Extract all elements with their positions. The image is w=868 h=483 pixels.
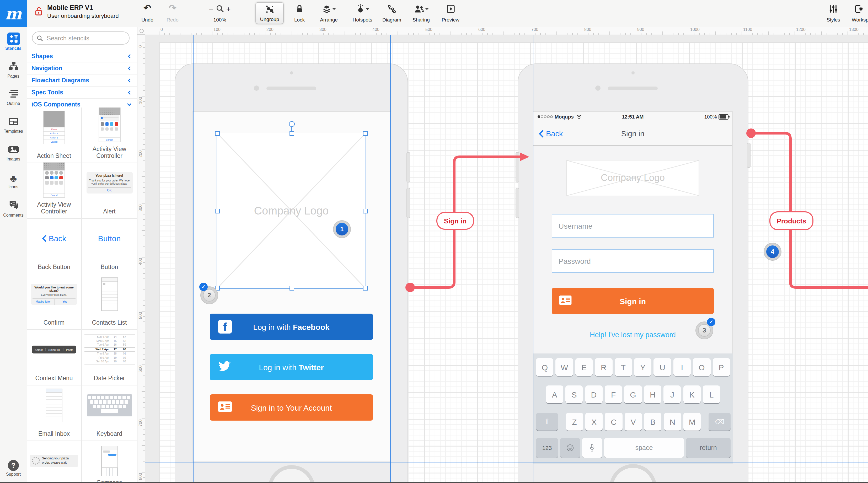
toolbar-preview[interactable]: Preview: [437, 2, 464, 24]
stencil-item-action-sheet[interactable]: Close Action 2 Action 1 Cancel Action Sh…: [27, 107, 82, 163]
undo-button[interactable]: ↶ Undo: [137, 2, 157, 24]
key-F[interactable]: F: [605, 385, 622, 403]
sidebar-item-support[interactable]: ? Support: [0, 455, 27, 481]
selection-handle[interactable]: [363, 209, 368, 214]
key-N[interactable]: N: [664, 413, 681, 430]
sidebar-item-comments[interactable]: Comments: [0, 196, 27, 222]
zoom-out-button[interactable]: −: [209, 4, 213, 13]
numbers-key[interactable]: 123: [536, 438, 558, 458]
zoom-control[interactable]: − + 100%: [201, 2, 239, 24]
toolbar-arrange[interactable]: Arrange: [315, 2, 343, 24]
login-facebook-button[interactable]: f Log in withFacebook: [210, 314, 373, 340]
phone-frame-2[interactable]: Moqups 12:51 AM 100% Back Sign in Compan…: [518, 63, 748, 483]
toolbar-hotspots[interactable]: Hotspots: [348, 2, 377, 24]
step-badge-1[interactable]: 1: [333, 220, 351, 238]
stencil-item-button[interactable]: Button Button: [82, 219, 137, 274]
redo-button[interactable]: ↷ Redo: [163, 2, 183, 24]
stencil-item-confirm[interactable]: Would you like to eat some pizza? Everyb…: [27, 274, 82, 330]
emoji-key[interactable]: [560, 438, 580, 458]
key-V[interactable]: V: [624, 413, 642, 430]
stencil-item-contacts-list[interactable]: Contacts List: [82, 274, 137, 330]
toolbar-ungroup[interactable]: Ungroup: [255, 2, 284, 24]
key-I[interactable]: I: [674, 358, 691, 376]
key-W[interactable]: W: [556, 358, 573, 376]
sidebar-item-pages[interactable]: Pages: [0, 57, 27, 83]
selection-handle[interactable]: [363, 131, 368, 136]
stencil-item-activity-view-controller-2[interactable]: Cancel Activity View Controller: [27, 163, 82, 219]
connector-label-signin[interactable]: Sign in: [436, 212, 474, 230]
rotation-handle[interactable]: [289, 121, 294, 127]
stencil-item-loading-view[interactable]: Sending your pizza order, please wait Lo…: [27, 441, 82, 483]
company-logo-placeholder-2[interactable]: Company Logo: [566, 160, 699, 196]
key-O[interactable]: O: [693, 358, 710, 376]
stencil-item-back-button[interactable]: Back Back Button: [27, 219, 82, 274]
key-P[interactable]: P: [712, 358, 730, 376]
selection-handle[interactable]: [289, 131, 294, 136]
shift-key[interactable]: ⇧: [536, 413, 558, 430]
key-B[interactable]: B: [644, 413, 662, 430]
selection-handle[interactable]: [363, 286, 368, 291]
return-key[interactable]: return: [686, 438, 731, 458]
unlocked-icon[interactable]: [35, 6, 43, 18]
stencil-item-alert[interactable]: Your pizza is here! Thank you for your o…: [82, 163, 137, 219]
step-badge-2[interactable]: 2 ✓: [200, 286, 218, 304]
category-flowchart-diagrams[interactable]: Flowchart Diagrams: [27, 74, 137, 86]
space-key[interactable]: space: [604, 438, 684, 458]
key-C[interactable]: C: [605, 413, 623, 430]
key-G[interactable]: G: [624, 385, 642, 403]
username-field[interactable]: Username: [552, 214, 714, 237]
stencil-item-date-picker[interactable]: Sun 4 Apr1457Mon 5 Apr1558Tue 6 Apr1659W…: [82, 330, 137, 385]
selection-handle[interactable]: [215, 131, 220, 136]
selection-handle[interactable]: [289, 286, 294, 291]
key-T[interactable]: T: [614, 358, 632, 376]
toolbar-lock[interactable]: Lock: [288, 2, 311, 24]
key-J[interactable]: J: [663, 385, 681, 403]
toolbar-diagram[interactable]: Diagram: [378, 2, 405, 24]
guide-vertical[interactable]: [390, 35, 391, 483]
moqups-logo[interactable]: m: [0, 0, 27, 27]
password-field[interactable]: Password: [552, 249, 714, 273]
search-input[interactable]: [45, 34, 125, 42]
key-S[interactable]: S: [565, 385, 583, 403]
doc-subtitle[interactable]: User onboarding storyboard: [47, 12, 119, 20]
sidebar-item-images[interactable]: Images: [0, 140, 27, 166]
guide-vertical[interactable]: [533, 35, 533, 483]
phone2-screen[interactable]: Moqups 12:51 AM 100% Back Sign in Compan…: [533, 111, 733, 463]
signin-button[interactable]: Sign in: [552, 288, 714, 314]
dictation-key[interactable]: [582, 438, 602, 458]
stencil-item-compose-message[interactable]: Compose Message: [82, 441, 137, 483]
key-X[interactable]: X: [585, 413, 603, 430]
key-U[interactable]: U: [654, 358, 671, 376]
stencil-item-keyboard[interactable]: Keyboard: [82, 385, 137, 441]
key-K[interactable]: K: [683, 385, 701, 403]
stencil-item-context-menu[interactable]: Select Select All Paste Context Menu: [27, 330, 82, 385]
sidebar-item-outline[interactable]: Outline: [0, 85, 27, 111]
guide-vertical[interactable]: [193, 35, 193, 483]
connector-label-products[interactable]: Products: [769, 211, 813, 230]
key-E[interactable]: E: [575, 358, 593, 376]
phone1-screen[interactable]: Company Logo f Log in withFacebook Log i…: [192, 111, 391, 462]
category-navigation[interactable]: Navigation: [27, 62, 137, 74]
sidebar-item-stencils[interactable]: Stencils: [0, 28, 27, 55]
selection-handle[interactable]: [215, 209, 220, 214]
key-Q[interactable]: Q: [536, 358, 554, 376]
sidebar-item-icons[interactable]: ♣ Icons: [0, 168, 27, 194]
doc-title[interactable]: Mobile ERP V1: [47, 4, 119, 12]
stencil-item-activity-view-controller[interactable]: Cancel Activity View Controller: [82, 107, 137, 163]
company-logo-placeholder[interactable]: Company Logo: [217, 133, 366, 289]
key-R[interactable]: R: [595, 358, 612, 376]
stencil-item-email-inbox[interactable]: Email Inbox: [27, 385, 82, 441]
signin-account-button[interactable]: Sign in to Your Account: [210, 394, 373, 421]
sidebar-item-templates[interactable]: Templates: [0, 112, 27, 138]
backspace-key[interactable]: ⌫: [709, 413, 731, 430]
guide-horizontal[interactable]: [145, 111, 868, 111]
step-badge-3[interactable]: 3 ✓: [695, 321, 713, 339]
toolbar-styles[interactable]: Styles: [821, 2, 845, 24]
category-shapes[interactable]: Shapes: [27, 50, 137, 62]
toolbar-workspace[interactable]: Workspace: [850, 2, 868, 24]
key-D[interactable]: D: [585, 385, 602, 403]
key-A[interactable]: A: [546, 385, 563, 403]
category-spec-tools[interactable]: Spec Tools: [27, 86, 137, 98]
step-badge-4[interactable]: 4: [764, 243, 781, 261]
toolbar-sharing[interactable]: Sharing: [407, 2, 435, 24]
